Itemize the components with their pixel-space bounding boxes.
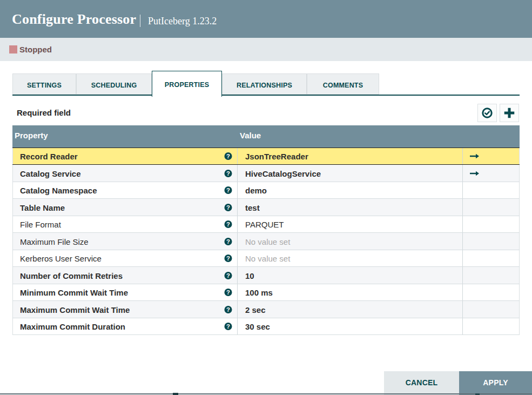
svg-text:?: ? <box>226 272 230 278</box>
svg-text:?: ? <box>226 255 230 262</box>
svg-text:?: ? <box>226 170 230 176</box>
svg-text:?: ? <box>226 204 230 210</box>
svg-text:?: ? <box>226 187 230 193</box>
svg-text:?: ? <box>226 289 230 296</box>
svg-text:?: ? <box>226 323 230 330</box>
svg-text:?: ? <box>226 306 230 312</box>
svg-text:?: ? <box>226 238 230 244</box>
svg-text:?: ? <box>226 221 230 227</box>
svg-text:?: ? <box>226 153 230 159</box>
